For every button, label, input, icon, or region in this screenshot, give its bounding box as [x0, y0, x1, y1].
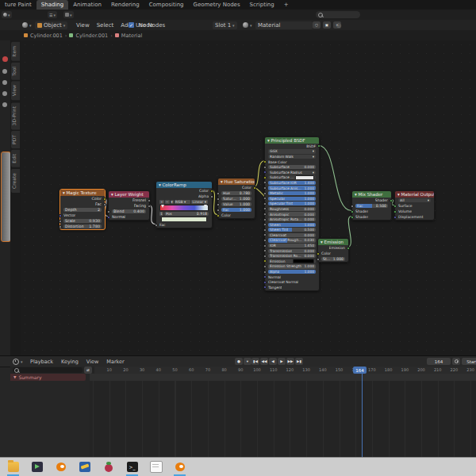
- socket-saturation[interactable]: [217, 198, 220, 201]
- ramp-stop-marker[interactable]: [204, 205, 207, 208]
- field-scale[interactable]: Scale0.930: [63, 219, 102, 224]
- sidebar-tab-view[interactable]: View: [11, 81, 20, 100]
- socket-fac[interactable]: [155, 224, 158, 227]
- socket-facing[interactable]: [148, 205, 151, 208]
- socket-base-color[interactable]: [263, 160, 267, 163]
- slider-subsurface-anisotropy[interactable]: Subsurface Anisotropy1.000: [268, 186, 316, 190]
- node-header-emission[interactable]: ▾ Emission: [318, 239, 348, 245]
- shading-gizmo-icon[interactable]: [2, 102, 7, 107]
- node-emission[interactable]: ▾ EmissionEmissionColorStrength1.000: [317, 238, 349, 263]
- socket-bsdf[interactable]: [317, 144, 321, 148]
- socket-subsurface-anisotropy[interactable]: [263, 186, 267, 190]
- field-distortion[interactable]: Distortion1.780: [63, 225, 102, 229]
- taskbar-blender[interactable]: [173, 460, 186, 474]
- taskbar-text-editor[interactable]: [149, 460, 163, 474]
- node-hue-saturation-value[interactable]: ▾ Hue Saturation ValueColorHue0.780Satur…: [217, 178, 255, 219]
- record-button[interactable]: ●: [235, 358, 243, 365]
- node-row[interactable]: Transmission0.000: [265, 248, 319, 254]
- autokey-clock-button[interactable]: [452, 358, 460, 365]
- socket-shader[interactable]: [351, 210, 354, 213]
- channel-filter-button[interactable]: ⇄: [84, 367, 92, 374]
- socket-color[interactable]: [317, 252, 320, 255]
- field-ior[interactable]: IOR1.450: [268, 244, 316, 248]
- node-row[interactable]: Alpha1.000: [265, 269, 319, 274]
- socket-subsurface-radius[interactable]: [263, 171, 267, 174]
- node-row[interactable]: Emission: [265, 259, 319, 264]
- socket-subsurface-color[interactable]: [263, 176, 267, 179]
- keyframe-area[interactable]: [90, 374, 476, 458]
- workspace-tab-ture-paint[interactable]: ture Paint: [0, 0, 36, 10]
- socket-tangent[interactable]: [263, 286, 267, 289]
- socket-vector[interactable]: [59, 214, 62, 217]
- workspace-tab-animation[interactable]: Animation: [68, 0, 106, 10]
- slider-subsurface-ior[interactable]: Subsurface IOR1.400: [268, 181, 316, 185]
- play-button[interactable]: ▶: [278, 358, 286, 365]
- color-emission[interactable]: Emission: [268, 259, 316, 263]
- node-row[interactable]: Clearcoat Roughness0.030: [265, 238, 319, 244]
- workspace-tab-scripting[interactable]: Scripting: [245, 0, 279, 10]
- node-material-output[interactable]: ▾ Material OutputAll▾SurfaceVolumeDispla…: [394, 190, 435, 221]
- play-reverse-button[interactable]: ◀: [269, 358, 277, 365]
- node-header-magic-texture[interactable]: ▾ Magic Texture: [60, 190, 105, 196]
- node-layer-weight[interactable]: ▾ Layer WeightFresnelFacingBlend0.400Nor…: [108, 190, 150, 221]
- node-row[interactable]: Depth2: [60, 207, 105, 213]
- menu-select[interactable]: Select: [97, 22, 114, 29]
- socket-anisotropic[interactable]: [263, 213, 267, 216]
- slider-sheen[interactable]: Sheen1.000: [268, 223, 316, 227]
- node-row[interactable]: Sheen1.000: [265, 222, 319, 228]
- socket-fac[interactable]: [351, 205, 354, 208]
- socket-surface[interactable]: [393, 205, 397, 208]
- socket-fac[interactable]: [103, 203, 106, 206]
- field-emission-strength[interactable]: Emission Strength1.000: [268, 264, 316, 268]
- workspace-tab--[interactable]: +: [279, 0, 294, 10]
- colorramp-gradient[interactable]: [159, 205, 209, 211]
- socket-blend[interactable]: [107, 210, 110, 213]
- socket-ior[interactable]: [263, 244, 267, 248]
- node-header-material-output[interactable]: ▾ Material Output: [395, 191, 434, 198]
- taskbar-raspberry-pi-menu[interactable]: [102, 460, 115, 474]
- node-mix-shader[interactable]: ▾ Mix ShaderShaderFac0.500ShaderShader: [351, 190, 392, 221]
- socket-value[interactable]: [217, 203, 220, 206]
- current-frame-field[interactable]: 164: [427, 356, 451, 367]
- node-header-color-ramp[interactable]: ▾ ColorRamp: [156, 182, 212, 188]
- node-row[interactable]: Subsurface Radius▾: [265, 170, 319, 175]
- material-name-field[interactable]: Material: [255, 20, 313, 30]
- color-swatch[interactable]: [295, 175, 314, 179]
- socket-strength[interactable]: [317, 258, 320, 261]
- color-subsurface-color[interactable]: Subsurface Color: [268, 175, 316, 179]
- timeline-editor-type-button[interactable]: ▾: [13, 356, 23, 367]
- ramp-options-button[interactable]: ▾: [171, 200, 174, 204]
- socket-metallic[interactable]: [263, 192, 267, 195]
- playhead-label[interactable]: 164: [353, 367, 367, 374]
- slider-alpha[interactable]: Alpha1.000: [268, 270, 316, 274]
- node-row[interactable]: Transmission Roughness0.000: [265, 253, 319, 259]
- node-row[interactable]: Subsurface Color: [265, 175, 319, 181]
- slider-transmission-roughness[interactable]: Transmission Roughness0.000: [268, 254, 316, 258]
- node-row[interactable]: Subsurface Anisotropy1.000: [265, 186, 319, 191]
- node-header-hue-saturation-value[interactable]: ▾ Hue Saturation Value: [218, 178, 255, 185]
- slider-fac[interactable]: Fac1.000: [221, 208, 251, 213]
- dropdown-all[interactable]: All▾: [398, 198, 431, 203]
- sidebar-tab-tool[interactable]: Tool: [11, 63, 20, 80]
- sidebar-tab-pdt[interactable]: PDT: [11, 131, 20, 148]
- editor-type-button[interactable]: ▾: [22, 20, 32, 30]
- node-row[interactable]: Distortion1.780: [60, 224, 105, 229]
- socket-color[interactable]: [210, 190, 213, 193]
- socket-normal[interactable]: [107, 216, 110, 219]
- jump-start-button[interactable]: ▮◀: [251, 358, 259, 365]
- stop-index-field[interactable]: 1: [159, 212, 163, 216]
- axis-gizmo-icon[interactable]: [2, 56, 8, 62]
- node-row[interactable]: Fac1.000: [218, 207, 255, 213]
- dropdown-random-walk[interactable]: Random Walk▾: [268, 155, 316, 159]
- workspace-tab-geometry-nodes[interactable]: Geometry Nodes: [189, 0, 245, 10]
- workspace-tab-compositing[interactable]: Compositing: [144, 0, 189, 10]
- socket-emission-strength[interactable]: [263, 265, 267, 268]
- pin-button[interactable]: ◎: [336, 20, 341, 30]
- slider-clearcoat-roughness[interactable]: Clearcoat Roughness0.030: [268, 238, 316, 242]
- field-value[interactable]: Value1.000: [221, 202, 251, 207]
- mode-dropdown[interactable]: Object▾: [35, 20, 67, 30]
- slider-transmission[interactable]: Transmission0.000: [268, 249, 316, 253]
- socket-shader[interactable]: [351, 216, 354, 219]
- node-row[interactable]: Sheen Tint0.500: [265, 228, 319, 233]
- socket-subsurface[interactable]: [263, 166, 267, 169]
